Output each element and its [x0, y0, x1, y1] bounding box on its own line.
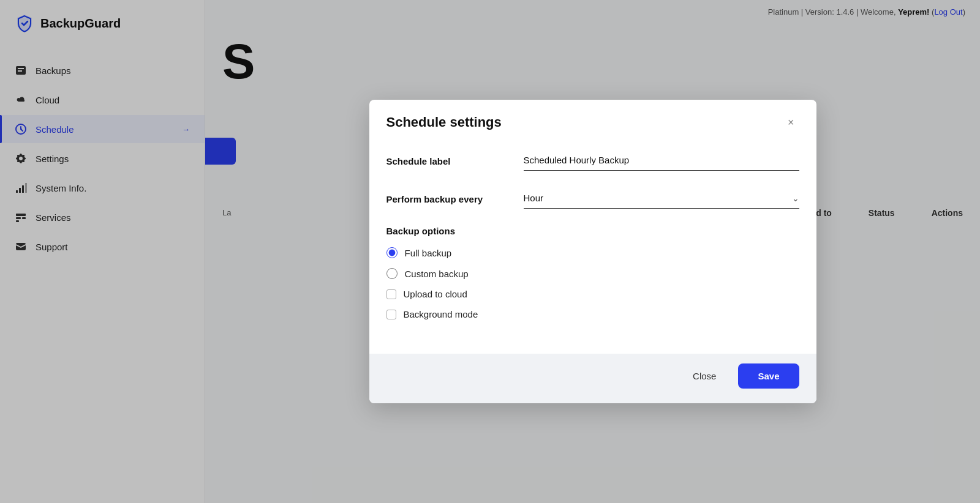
modal-body: Schedule label Perform backup every Hour… — [369, 140, 816, 354]
perform-every-select[interactable]: Hour ⌄ — [524, 188, 799, 209]
schedule-label-label: Schedule label — [386, 150, 509, 166]
checkbox-background-label: Background mode — [404, 309, 478, 319]
schedule-settings-modal: Schedule settings × Schedule label Perfo… — [369, 100, 816, 403]
close-button[interactable]: Close — [680, 365, 728, 387]
backup-options-group: Backup options Full backup Custom backup — [386, 226, 799, 319]
checkbox-background-input[interactable] — [386, 310, 396, 319]
save-button[interactable]: Save — [738, 363, 799, 389]
perform-every-label: Perform backup every — [386, 188, 509, 204]
schedule-label-input[interactable] — [524, 150, 799, 171]
perform-every-wrap: Hour ⌄ — [524, 188, 799, 209]
perform-every-value: Hour — [524, 193, 544, 203]
radio-custom-backup[interactable]: Custom backup — [386, 268, 799, 279]
modal-footer: Close Save — [369, 354, 816, 403]
radio-group: Full backup Custom backup — [386, 247, 799, 279]
perform-backup-group: Perform backup every Hour ⌄ — [386, 188, 799, 209]
checkbox-upload-label: Upload to cloud — [404, 289, 467, 299]
checkbox-background-mode[interactable]: Background mode — [386, 309, 799, 319]
radio-custom-backup-label: Custom backup — [405, 269, 469, 279]
checkbox-upload-input[interactable] — [386, 289, 396, 299]
checkbox-group: Upload to cloud Background mode — [386, 289, 799, 319]
radio-full-backup[interactable]: Full backup — [386, 247, 799, 258]
schedule-label-group: Schedule label — [386, 150, 799, 171]
backup-options-label: Backup options — [386, 226, 799, 236]
checkbox-upload-to-cloud[interactable]: Upload to cloud — [386, 289, 799, 299]
modal-close-button[interactable]: × — [783, 114, 799, 130]
radio-full-backup-label: Full backup — [405, 248, 452, 258]
schedule-label-input-wrap — [524, 150, 799, 171]
radio-full-backup-input[interactable] — [386, 247, 398, 258]
radio-custom-backup-input[interactable] — [386, 268, 398, 279]
chevron-down-icon: ⌄ — [792, 193, 799, 203]
main-content: Platinum | Version: 1.4.6 | Welcome, Yep… — [205, 0, 980, 503]
modal-header: Schedule settings × — [369, 100, 816, 140]
modal-title: Schedule settings — [386, 114, 502, 130]
